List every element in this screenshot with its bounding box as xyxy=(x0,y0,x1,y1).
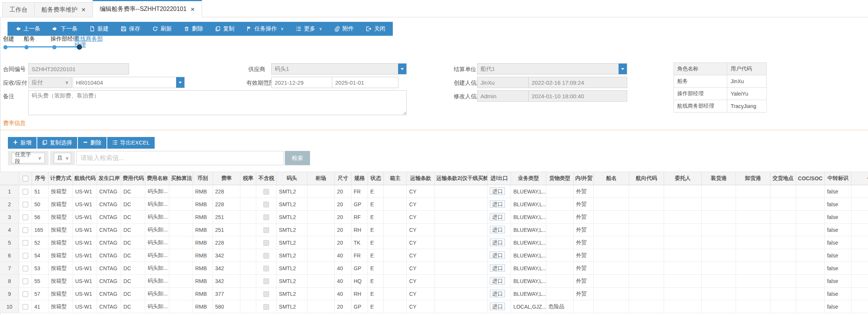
settlement-input[interactable]: 船代1 xyxy=(477,63,627,75)
supplier-input[interactable]: 码头1 xyxy=(271,63,407,75)
remark-textarea[interactable]: 码头费（装卸费、靠泊费） xyxy=(28,90,407,115)
column-header[interactable]: 箱主 xyxy=(384,172,407,185)
tab-edit-rate[interactable]: 编辑船务费率--SZHHT20220101✕ xyxy=(93,0,202,17)
contract-no-input[interactable]: SZHHT20220101 xyxy=(28,63,129,75)
select-all-header[interactable] xyxy=(19,172,32,185)
column-header[interactable]: 航向代码 xyxy=(629,172,664,185)
column-header[interactable]: 装货港 xyxy=(702,172,736,185)
step-shipping-dot[interactable] xyxy=(24,45,29,49)
row-checkbox[interactable] xyxy=(23,278,28,284)
column-header[interactable]: 发生口岸 xyxy=(97,172,121,185)
step-route-manager-dot[interactable] xyxy=(77,44,82,50)
column-header[interactable]: 业务类型 xyxy=(511,172,546,185)
row-checkbox[interactable] xyxy=(23,304,28,310)
step-create-dot[interactable] xyxy=(3,45,8,49)
select-all-checkbox[interactable] xyxy=(23,176,28,181)
ar-ap-select[interactable]: 应付 ∨ xyxy=(28,77,72,88)
column-header[interactable]: 费用名称 xyxy=(145,172,169,185)
table-row[interactable]: 654按箱型US-W1CNTAGDC码头卸...RMB342SMTL240FRE… xyxy=(0,249,868,262)
column-header[interactable]: 费用代码 xyxy=(121,172,145,185)
column-header[interactable]: 柜场 xyxy=(307,172,335,185)
add-row-button[interactable]: 新增 xyxy=(8,137,36,149)
column-header[interactable]: 税率 xyxy=(240,172,256,185)
column-header[interactable]: 委托人 xyxy=(664,172,702,185)
export-excel-button[interactable]: 导出EXCEL xyxy=(107,137,155,149)
grid-cell xyxy=(384,185,407,198)
table-row[interactable]: 753按箱型US-W1CNTAGDC码头卸...RMB342SMTL240GPE… xyxy=(0,262,868,275)
task-actions-button[interactable]: 任务操作∨ xyxy=(240,22,290,36)
column-header[interactable]: 交货地点 xyxy=(771,172,796,185)
row-checkbox[interactable] xyxy=(23,266,28,271)
column-header[interactable]: 费率 xyxy=(213,172,240,185)
validity-from-input[interactable]: 2021-12-29 xyxy=(271,77,332,88)
copy-button[interactable]: 复制 xyxy=(209,22,240,36)
row-checkbox[interactable] xyxy=(23,215,28,220)
search-input[interactable] xyxy=(76,151,284,165)
column-header[interactable]: 状态 xyxy=(368,172,384,185)
column-header[interactable]: 卸货港 xyxy=(736,172,770,185)
close-icon[interactable]: ✕ xyxy=(81,7,86,13)
column-header[interactable]: 船名 xyxy=(594,172,629,185)
prev-button[interactable]: 上一条 xyxy=(9,22,46,36)
copy-selected-button[interactable]: 复制选择 xyxy=(37,137,77,149)
tab-rate-maintenance[interactable]: 船务费率维护✕ xyxy=(34,2,93,17)
grid-cell xyxy=(240,275,256,288)
delete-rows-button[interactable]: 删除 xyxy=(78,137,106,149)
tab-workbench[interactable]: 工作台 xyxy=(2,2,35,17)
column-header[interactable]: 不含税 xyxy=(256,172,277,185)
row-select-cell xyxy=(19,262,32,275)
column-header[interactable]: 中转标识 xyxy=(825,172,851,185)
row-checkbox[interactable] xyxy=(23,240,28,246)
column-header[interactable]: 尺寸 xyxy=(335,172,351,185)
step-ops-manager-dot[interactable] xyxy=(52,45,56,49)
column-header[interactable]: 航线代码 xyxy=(73,172,97,185)
validity-to-input[interactable]: 2025-01-01 xyxy=(332,77,398,88)
row-checkbox[interactable] xyxy=(23,291,28,297)
table-row[interactable]: 957按箱型US-W1CNTAGDC码头卸...RMB377SMTL240RHE… xyxy=(0,288,868,300)
delete-button[interactable]: 删除 xyxy=(178,22,209,36)
column-header[interactable]: 币别 xyxy=(193,172,213,185)
table-row[interactable]: 855按箱型US-W1CNTAGDC码头卸...RMB342SMTL240HQE… xyxy=(0,275,868,288)
more-button[interactable]: 更多∨ xyxy=(290,22,328,36)
column-header[interactable]: COC/SOC xyxy=(796,172,825,185)
column-header[interactable]: 进/出口 xyxy=(488,172,511,185)
next-button[interactable]: 下一条 xyxy=(46,22,84,36)
ar-ap-selected: 应付 xyxy=(32,79,43,86)
column-header[interactable]: 码头 xyxy=(277,172,307,185)
ar-ap-code-input[interactable]: HR010404 xyxy=(73,77,185,88)
row-checkbox[interactable] xyxy=(23,253,28,259)
settlement-dropdown-button[interactable] xyxy=(619,63,627,75)
new-button[interactable]: 新建 xyxy=(84,22,115,36)
column-header[interactable]: 内/外贸 xyxy=(574,172,594,185)
search-field-select[interactable]: 任意字段 ∨ xyxy=(12,153,45,163)
column-header[interactable]: 计费方式 xyxy=(49,172,73,185)
toolbar-button-label: 上一条 xyxy=(23,25,40,32)
row-checkbox[interactable] xyxy=(23,227,28,233)
column-header[interactable]: 运输条款2(仅干线买舱) xyxy=(435,172,488,185)
close-button[interactable]: 关闭 xyxy=(360,22,391,36)
table-row[interactable]: 1041按箱型US-W1CNTAGDC码头卸...RMB580SMTL220GP… xyxy=(0,300,868,313)
column-header[interactable]: 备注 xyxy=(851,172,868,185)
logic-select-wrap: 且 ∨ xyxy=(50,151,75,165)
table-row[interactable]: 4165按箱型US-W1CNTAGDC码头卸...RMB251SMTL220RH… xyxy=(0,224,868,236)
attachments-button[interactable]: 附件 xyxy=(328,22,360,36)
column-header[interactable]: 买舱算法 xyxy=(169,172,193,185)
ar-ap-code-dropdown-button[interactable] xyxy=(176,77,184,88)
row-checkbox[interactable] xyxy=(23,202,28,207)
row-checkbox[interactable] xyxy=(23,189,28,195)
table-row[interactable]: 250按箱型US-W1CNTAGDC码头卸...RMB228SMTL220GPE… xyxy=(0,198,868,211)
table-row[interactable]: 552按箱型US-W1CNTAGDC码头卸...RMB228SMTL220TKE… xyxy=(0,236,868,249)
column-header[interactable]: 货物类型 xyxy=(546,172,574,185)
column-header[interactable]: 运输条款 xyxy=(407,172,435,185)
refresh-button[interactable]: 刷新 xyxy=(146,22,178,36)
table-row[interactable]: 356按箱型US-W1CNTAGDC码头卸...RMB251SMTL220RFE… xyxy=(0,211,868,224)
close-icon[interactable]: ✕ xyxy=(190,6,195,12)
supplier-dropdown-button[interactable] xyxy=(398,63,406,75)
save-button[interactable]: 保存 xyxy=(115,22,146,36)
column-header[interactable]: 序号 xyxy=(32,172,49,185)
table-row[interactable]: 151按箱型US-W1CNTAGDC码头卸...RMB228SMTL220FRE… xyxy=(0,185,868,198)
search-logic-select[interactable]: 且 ∨ xyxy=(54,153,71,163)
column-header[interactable]: 规格 xyxy=(351,172,368,185)
grid-cell: DC xyxy=(121,185,145,198)
search-button[interactable]: 检索 xyxy=(285,151,310,165)
